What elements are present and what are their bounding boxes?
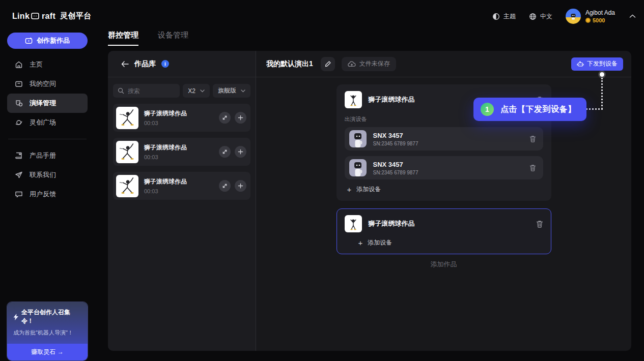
topbar: 主题 中文 Agibot Ada 5000 [492,7,636,25]
search-icon [118,87,124,94]
edition-filter-dropdown[interactable]: 旗舰版 [213,84,250,98]
collapse-chevron-up-icon[interactable] [629,14,636,18]
speed-filter-dropdown[interactable]: X2 [183,84,210,98]
device-serial: SN:2345 6789 9877 [373,141,418,146]
add-device-button[interactable]: + 添加设备 [345,185,543,194]
promo-card: 全平台创作人召集令！ 成为首批"机器人导演"！ 赚取灵石 → [7,302,88,361]
sidebar: Link raft 灵创平台 创作新作品 [0,0,95,361]
brand-monitor-icon [31,12,40,20]
language-label: 中文 [540,12,552,21]
book-icon [15,152,23,160]
show-title: 我的默认演出1 [266,59,313,69]
sidebar-divider [8,139,87,139]
back-arrow-icon[interactable] [121,61,129,67]
library-title: 作品库 [134,59,156,69]
language-switcher[interactable]: 中文 [529,12,552,21]
editor-header: 我的默认演出1 文件未保存 [256,51,631,77]
preview-expand-button[interactable] [219,146,231,158]
device-name: SNX 3457 [373,161,418,168]
plus-icon: + [358,239,363,247]
brand-logo-suffix: raft [42,12,55,21]
user-menu[interactable]: Agibot Ada 5000 [566,9,615,24]
preview-expand-button[interactable] [219,180,231,192]
device-row[interactable]: SNX 3457 SN:2345 6789 9877 [345,127,543,151]
remove-device-icon[interactable] [529,135,536,142]
works-list: 狮子滚绣球作品 00:03 [108,104,256,206]
folder-icon [15,80,23,88]
add-device-label: 添加设备 [368,238,392,247]
info-icon[interactable]: i [161,60,169,68]
drama-icon [15,99,23,107]
sidebar-item-my-space[interactable]: 我的空间 [7,74,88,94]
brand-logo: Link raft 灵创平台 [12,11,91,21]
theme-label: 主题 [503,12,516,21]
connector-vertical-line [601,78,603,109]
work-duration: 00:03 [144,188,187,194]
cloud-icon [348,61,356,67]
connector-horizontal-line [583,108,603,110]
sidebar-item-manual[interactable]: 产品手册 [7,146,88,165]
device-row[interactable]: SNX 3457 SN:2345 6789 9877 [345,156,543,179]
sidebar-item-label: 联系我们 [30,170,56,179]
planet-icon [15,118,23,127]
add-work-to-show-button[interactable] [235,180,246,192]
create-work-button[interactable]: 创作新作品 [7,33,88,49]
globe-icon [529,13,537,20]
add-work-to-show-button[interactable] [235,112,246,124]
work-thumbnail [116,175,138,197]
sidebar-item-feedback[interactable]: 用户反馈 [7,185,88,204]
step-number-badge: 1 [481,103,494,116]
speed-filter-value: X2 [188,87,195,95]
sidebar-item-home[interactable]: 主页 [7,55,88,74]
work-title: 狮子滚绣球作品 [144,143,187,152]
device-avatar [349,130,367,147]
brand-logo-cn: 灵创平台 [60,11,91,21]
file-status-label: 文件未保存 [359,59,390,68]
theme-toggle[interactable]: 主题 [492,12,516,21]
work-list-item[interactable]: 狮子滚绣球作品 00:03 [113,138,250,166]
promo-subtitle: 成为首批"机器人导演"！ [13,329,81,337]
add-work-to-show-button[interactable] [235,146,246,158]
lightning-icon [13,314,19,320]
card-work-title: 狮子滚绣球作品 [369,95,415,104]
performance-card-selected[interactable]: 狮子滚绣球作品 + 添加设备 [337,208,551,254]
earn-gems-button[interactable]: 赚取灵石 → [7,344,88,360]
sidebar-item-label: 我的空间 [30,79,56,88]
feedback-icon [15,190,23,198]
work-list-item[interactable]: 狮子滚绣球作品 00:03 [113,172,250,200]
promo-card-body: 全平台创作人召集令！ 成为首批"机器人导演"！ [7,302,88,344]
add-work-button[interactable]: 添加作品 [431,260,457,269]
work-list-item[interactable]: 狮子滚绣球作品 00:03 [113,104,250,132]
plus-icon: + [347,186,352,193]
work-thumbnail [345,215,362,232]
tab-group-control[interactable]: 群控管理 [108,31,138,46]
work-thumbnail [116,107,138,129]
search-box[interactable] [113,84,180,98]
add-device-label: 添加设备 [356,185,381,194]
preview-expand-button[interactable] [219,112,231,124]
edit-title-button[interactable] [321,57,335,71]
add-device-button[interactable]: + 添加设备 [345,238,543,247]
card-work-title: 狮子滚绣球作品 [369,219,415,228]
remove-device-icon[interactable] [529,164,536,171]
deploy-button-label: 下发到设备 [587,59,618,68]
search-input[interactable] [128,87,169,95]
delete-card-icon[interactable] [536,220,543,228]
deploy-to-device-button[interactable]: 下发到设备 [571,57,623,71]
sidebar-item-contact[interactable]: 联系我们 [7,165,88,185]
tab-label: 设备管理 [158,31,188,39]
device-name: SNX 3457 [373,132,418,139]
file-status-badge: 文件未保存 [342,57,396,71]
library-header: 作品库 i [108,51,256,77]
sidebar-item-performance-management[interactable]: 演绎管理 [7,94,88,113]
sidebar-item-plaza[interactable]: 灵创广场 [7,113,88,132]
home-icon [15,61,23,69]
tab-device-management[interactable]: 设备管理 [158,31,188,46]
sidebar-item-label: 演绎管理 [30,99,56,108]
work-duration: 00:03 [144,154,187,160]
brand-logo-prefix: Link [12,12,30,21]
create-work-label: 创作新作品 [37,36,70,45]
robot-icon [577,61,584,67]
library-filters: X2 旗舰版 [108,77,256,104]
main-panel: 作品库 i X2 旗舰版 [108,51,631,351]
